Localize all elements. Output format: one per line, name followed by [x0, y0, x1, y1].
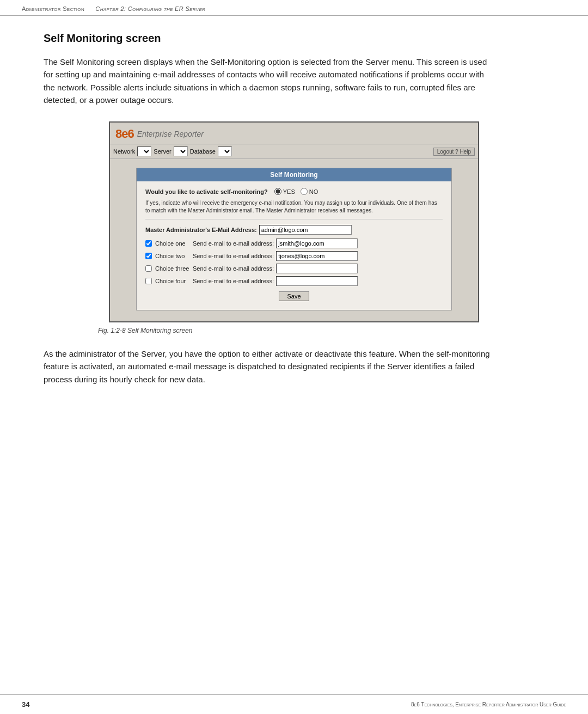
header-left: Administrator Section	[22, 5, 84, 12]
choice-four-label: Choice four	[155, 278, 191, 284]
menu-bar: Network Server Database Logout ? Help	[110, 144, 478, 159]
choice-two-row: Choice two Send e-mail to e-mail address…	[145, 251, 443, 261]
no-label: NO	[309, 188, 318, 195]
app-titlebar: 8e6 Enterprise Reporter	[110, 123, 478, 144]
yes-no-radio-group: YES NO	[274, 188, 318, 195]
choice-four-checkbox[interactable]	[145, 278, 152, 284]
choice-four-row: Choice four Send e-mail to e-mail addres…	[145, 276, 443, 286]
header-right: Chapter 2: Configuring the ER Server	[95, 5, 205, 12]
panel-title: Self Monitoring	[137, 168, 451, 181]
master-admin-email-input[interactable]	[259, 225, 352, 235]
app-screenshot: 8e6 Enterprise Reporter Network Server D…	[109, 121, 479, 322]
self-monitoring-panel: Self Monitoring Would you like to activa…	[136, 168, 452, 310]
choice-two-send-label: Send e-mail to e-mail address:	[193, 253, 274, 259]
fig-caption: Fig. 1:2-8 Self Monitoring screen	[98, 327, 544, 334]
choice-four-send-label: Send e-mail to e-mail address:	[193, 278, 274, 284]
choice-three-row: Choice three Send e-mail to e-mail addre…	[145, 264, 443, 273]
master-admin-label: Master Administrator's E-Mail Address:	[145, 227, 257, 233]
server-dropdown[interactable]	[174, 147, 188, 156]
choice-one-checkbox[interactable]	[145, 240, 152, 247]
no-radio[interactable]	[301, 188, 308, 195]
choice-one-email-input[interactable]	[276, 239, 358, 248]
database-label: Database	[190, 148, 216, 155]
choice-one-send-label: Send e-mail to e-mail address:	[193, 240, 274, 247]
database-menu-item[interactable]: Database	[190, 147, 232, 156]
footer-right-text: 8e6 Technologies, Enterprise Reporter Ad…	[411, 701, 566, 707]
no-radio-item[interactable]: NO	[301, 188, 318, 195]
choice-three-email-input[interactable]	[276, 264, 358, 273]
save-button[interactable]: Save	[279, 291, 309, 301]
question-label: Would you like to activate self-monitori…	[145, 188, 268, 195]
section-heading: Self Monitoring screen	[44, 32, 544, 45]
logo-8e6: 8e6	[115, 127, 134, 141]
master-admin-email-row: Master Administrator's E-Mail Address:	[145, 225, 443, 235]
login-help-button[interactable]: Logout ? Help	[433, 148, 475, 156]
app-body: Self Monitoring Would you like to activa…	[110, 159, 478, 321]
app-logo: 8e6 Enterprise Reporter	[115, 127, 204, 141]
server-menu-item[interactable]: Server	[154, 147, 187, 156]
page-header: Administrator Section Chapter 2: Configu…	[0, 0, 588, 16]
description-text: If yes, indicate who will receive the em…	[145, 199, 443, 219]
page-footer: 34 8e6 Technologies, Enterprise Reporter…	[0, 694, 588, 714]
choice-one-label: Choice one	[155, 240, 191, 247]
choice-one-row: Choice one Send e-mail to e-mail address…	[145, 239, 443, 248]
save-row: Save	[145, 291, 443, 301]
server-label: Server	[154, 148, 171, 155]
database-dropdown[interactable]	[218, 147, 232, 156]
choice-two-checkbox[interactable]	[145, 253, 152, 259]
yes-label: YES	[283, 188, 295, 195]
choice-two-email-input[interactable]	[276, 251, 358, 261]
yes-radio-item[interactable]: YES	[274, 188, 295, 195]
choice-three-send-label: Send e-mail to e-mail address:	[193, 265, 274, 272]
network-label: Network	[113, 148, 135, 155]
panel-body: Would you like to activate self-monitori…	[137, 181, 451, 310]
page-number: 34	[22, 700, 29, 709]
paragraph-2: As the administrator of the Server, you …	[44, 347, 490, 386]
choice-three-checkbox[interactable]	[145, 265, 152, 272]
paragraph-1: The Self Monitoring screen displays when…	[44, 56, 490, 106]
activation-question-row: Would you like to activate self-monitori…	[145, 188, 443, 195]
yes-radio[interactable]	[274, 188, 281, 195]
choice-three-label: Choice three	[155, 265, 191, 272]
network-menu-item[interactable]: Network	[113, 147, 151, 156]
choice-four-email-input[interactable]	[276, 276, 358, 286]
main-content: Self Monitoring screen The Self Monitori…	[0, 16, 588, 423]
network-dropdown[interactable]	[137, 147, 151, 156]
choice-two-label: Choice two	[155, 253, 191, 259]
logo-text: Enterprise Reporter	[137, 130, 204, 138]
